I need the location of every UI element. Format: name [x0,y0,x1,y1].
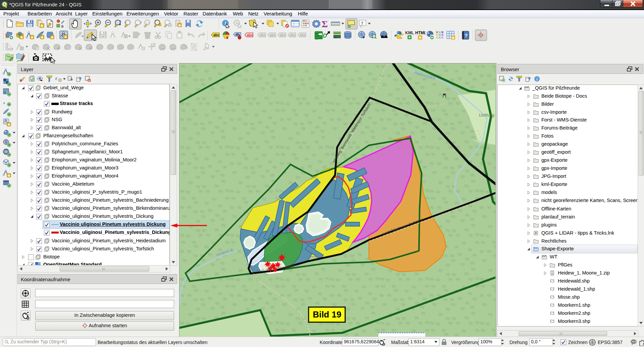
svg-text:abc: abc [213,33,219,37]
svg-text:abc: abc [300,33,306,37]
svg-text:Bild 19: Bild 19 [313,309,341,319]
svg-text:a: a [61,23,64,28]
svg-text:1:1: 1:1 [146,22,149,24]
svg-text:>: > [400,37,402,40]
svg-text:Σ: Σ [322,19,328,29]
svg-text:,: , [3,98,5,105]
svg-text:Lichtung: Lichtung [479,113,494,117]
svg-text:abc: abc [270,33,276,37]
svg-text:ε: ε [55,76,57,81]
svg-text:ab: ab [235,33,239,36]
svg-text:KML: KML [405,31,414,35]
svg-text:HTML: HTML [415,31,425,35]
svg-text:T: T [361,20,364,26]
svg-text:abc: abc [247,33,253,37]
svg-text:?: ? [465,33,468,38]
svg-text:abc: abc [290,33,296,37]
svg-text:abc: abc [280,33,286,37]
svg-text:abc: abc [260,33,266,37]
svg-text:ID: ID [322,33,327,39]
